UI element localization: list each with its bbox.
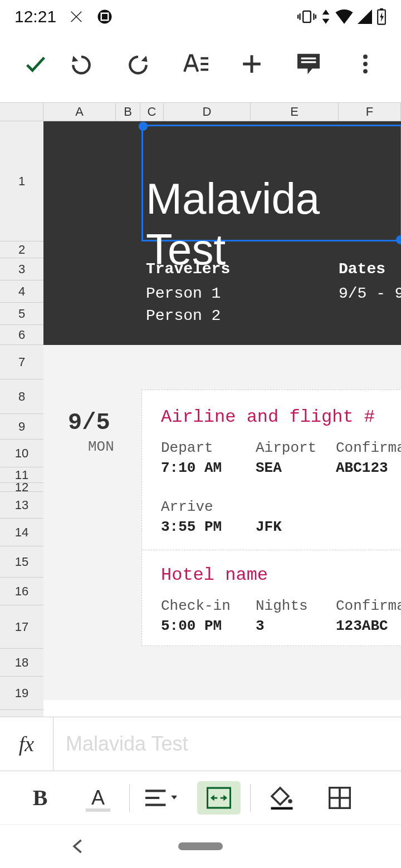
row-header-8[interactable]: 8 <box>0 379 43 414</box>
top-toolbar <box>0 33 401 95</box>
content-block: 9/5 MON Airline and flight # Depart Airp… <box>43 345 401 700</box>
column-header-e[interactable]: E <box>251 103 339 121</box>
svg-rect-4 <box>380 8 383 10</box>
separator <box>250 784 251 812</box>
column-header-a[interactable]: A <box>43 103 116 121</box>
fx-icon: fx <box>0 717 53 771</box>
hotel-confirmation-label: Confirmat <box>336 598 401 614</box>
nights-value[interactable]: 3 <box>256 618 336 634</box>
app-icon <box>96 8 113 25</box>
row-header-18[interactable]: 18 <box>0 649 43 677</box>
traveler-2[interactable]: Person 2 <box>146 307 221 324</box>
svg-point-7 <box>363 55 368 59</box>
row-header-9[interactable]: 9 <box>0 414 43 440</box>
flight-confirmation[interactable]: ABC123 <box>336 460 401 476</box>
merge-button[interactable] <box>190 778 248 817</box>
column-header-d[interactable]: D <box>164 103 251 121</box>
column-header-c[interactable]: C <box>140 103 164 121</box>
arrive-label: Arrive <box>161 499 256 515</box>
depart-airport[interactable]: SEA <box>256 460 336 476</box>
corner-cell[interactable] <box>0 103 43 121</box>
itinerary-card: Airline and flight # Depart Airport Conf… <box>141 389 401 646</box>
row-header-5[interactable]: 5 <box>0 303 43 325</box>
text-color-button[interactable]: A <box>69 778 127 817</box>
header-block: Malavida Test Travelers Dates Person 1 P… <box>43 121 401 345</box>
svg-point-8 <box>363 62 368 66</box>
day-date[interactable]: 9/5 <box>68 410 110 436</box>
formula-input[interactable]: Malavida Test <box>53 732 401 756</box>
row-header-12[interactable]: 12 <box>0 483 43 492</box>
row-header-1[interactable]: 1 <box>0 121 43 241</box>
svg-rect-5 <box>301 57 316 59</box>
row-header-15[interactable]: 15 <box>0 546 43 578</box>
comment-button[interactable] <box>288 44 329 84</box>
row-header-19[interactable]: 19 <box>0 677 43 710</box>
align-button[interactable] <box>132 778 190 817</box>
redo-button[interactable] <box>118 44 158 84</box>
column-header-b[interactable]: B <box>116 103 140 121</box>
row-headers: 1234567891011121314151617181920 <box>0 121 43 700</box>
format-text-button[interactable] <box>175 44 215 84</box>
row-header-2[interactable]: 2 <box>0 241 43 258</box>
svg-point-11 <box>288 799 292 803</box>
svg-rect-12 <box>271 807 293 810</box>
fill-color-button[interactable] <box>253 778 311 817</box>
selection-handle-top-left[interactable] <box>139 122 148 131</box>
card-divider <box>142 550 401 550</box>
row-header-7[interactable]: 7 <box>0 345 43 379</box>
battery-charging-icon <box>376 8 387 25</box>
nav-back-button[interactable] <box>22 839 134 854</box>
vibrate-icon <box>297 9 316 24</box>
svg-point-9 <box>363 69 368 73</box>
wifi-icon <box>335 9 353 24</box>
row-header-17[interactable]: 17 <box>0 605 43 649</box>
depart-time[interactable]: 7:10 AM <box>161 460 256 476</box>
traveler-1[interactable]: Person 1 <box>146 285 221 302</box>
borders-button[interactable] <box>311 778 369 817</box>
hotel-section-title[interactable]: Hotel name <box>161 565 401 585</box>
nav-home-pill[interactable] <box>178 842 223 850</box>
checkin-label: Check-in <box>161 598 256 614</box>
row-header-13[interactable]: 13 <box>0 492 43 519</box>
arrive-time[interactable]: 3:55 PM <box>161 519 256 535</box>
row-header-4[interactable]: 4 <box>0 280 43 303</box>
status-bar: 12:21 <box>0 0 401 33</box>
formula-bar: fx Malavida Test <box>0 717 401 771</box>
separator <box>129 784 130 812</box>
close-thin-icon <box>69 9 84 24</box>
svg-rect-2 <box>303 11 311 22</box>
travelers-label: Travelers <box>146 260 230 278</box>
checkin-time[interactable]: 5:00 PM <box>161 618 256 634</box>
android-nav-bar <box>0 825 401 868</box>
signal-icon <box>358 9 372 24</box>
bold-button[interactable]: B <box>11 778 69 817</box>
format-toolbar: B A <box>0 771 401 825</box>
undo-button[interactable] <box>61 44 101 84</box>
flight-section-title[interactable]: Airline and flight # <box>161 407 401 427</box>
insert-button[interactable] <box>232 44 272 84</box>
arrive-airport[interactable]: JFK <box>256 519 336 535</box>
dates-label: Dates <box>339 260 385 278</box>
nights-label: Nights <box>256 598 336 614</box>
flight-confirmation-label: Confirmat <box>336 440 401 456</box>
row-header-6[interactable]: 6 <box>0 325 43 345</box>
row-header-14[interactable]: 14 <box>0 519 43 546</box>
status-time: 12:21 <box>14 7 56 26</box>
depart-label: Depart <box>161 440 256 456</box>
hotel-confirmation[interactable]: 123ABC <box>336 618 401 634</box>
spreadsheet-canvas[interactable]: Malavida Test Travelers Dates Person 1 P… <box>43 121 401 700</box>
row-header-10[interactable]: 10 <box>0 440 43 467</box>
dates-value[interactable]: 9/5 - 9/8 <box>339 285 401 302</box>
day-weekday[interactable]: MON <box>88 438 114 455</box>
sheet-title[interactable]: Malavida Test <box>146 174 401 275</box>
sort-icon <box>321 9 331 24</box>
row-header-16[interactable]: 16 <box>0 578 43 605</box>
column-headers: A B C D E F <box>0 102 401 121</box>
svg-rect-6 <box>301 61 316 63</box>
svg-point-0 <box>98 10 112 24</box>
confirm-button[interactable] <box>16 44 56 84</box>
column-header-f[interactable]: F <box>339 103 401 121</box>
row-header-3[interactable]: 3 <box>0 258 43 280</box>
overflow-menu-button[interactable] <box>345 44 385 84</box>
airport-label: Airport <box>256 440 336 456</box>
